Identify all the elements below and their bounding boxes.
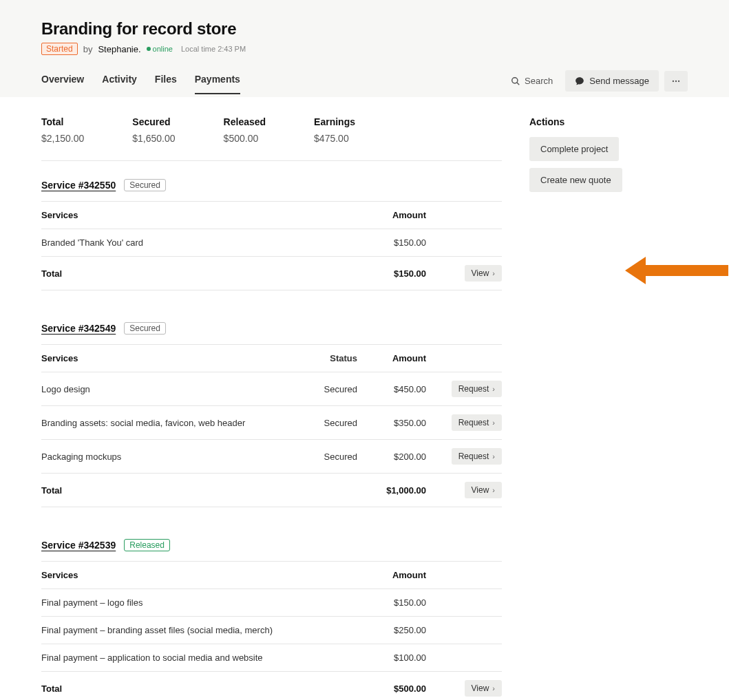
summary-released: Released $500.00 (224, 116, 266, 144)
complete-project-button[interactable]: Complete project (529, 137, 619, 161)
row-status: Secured (282, 452, 357, 462)
total-amount: $1,000.00 (357, 485, 426, 496)
send-message-label: Send message (589, 76, 649, 86)
total-amount: $500.00 (357, 683, 426, 694)
service-status-pill: Secured (124, 179, 166, 191)
tabs-row: Overview Activity Files Payments Search … (41, 70, 688, 97)
table-row: Final payment – application to social me… (41, 644, 502, 671)
create-new-quote-button[interactable]: Create new quote (529, 168, 622, 192)
meta-row: Started by Stephanie. online Local time … (41, 43, 688, 55)
summary-total-value: $2,150.00 (41, 133, 84, 144)
row-amount: $350.00 (357, 418, 426, 428)
view-button[interactable]: View › (465, 680, 502, 697)
table-row: Packaging mockups Secured $200.00 Reques… (41, 439, 502, 473)
svg-point-0 (512, 77, 518, 83)
view-label: View (472, 268, 489, 278)
summary-row: Total $2,150.00 Secured $1,650.00 Releas… (41, 116, 502, 161)
table-head: Services Amount (41, 561, 502, 588)
request-label: Request (458, 452, 489, 461)
main-column: Total $2,150.00 Secured $1,650.00 Releas… (41, 116, 502, 700)
row-amount: $100.00 (357, 653, 426, 663)
col-amount: Amount (357, 210, 426, 220)
row-name: Branded 'Thank You' card (41, 237, 357, 248)
tab-payments[interactable]: Payments (195, 74, 240, 94)
table-row: Final payment – logo files $150.00 (41, 588, 502, 616)
by-label: by (83, 44, 93, 54)
service-table: Services Amount Branded 'Thank You' card… (41, 201, 502, 290)
service-status-pill: Released (124, 539, 170, 551)
service-block-3: Service #342539 Released Services Amount… (41, 539, 502, 700)
table-row: Logo design Secured $450.00 Request › (41, 372, 502, 405)
summary-total-label: Total (41, 116, 84, 127)
service-status-pill: Secured (124, 322, 166, 335)
request-label: Request (458, 384, 489, 394)
summary-secured: Secured $1,650.00 (132, 116, 175, 144)
tab-files[interactable]: Files (155, 74, 177, 94)
row-amount: $200.00 (357, 452, 426, 462)
tab-activity[interactable]: Activity (102, 74, 137, 94)
request-button[interactable]: Request › (452, 448, 502, 465)
author-name[interactable]: Stephanie. (98, 44, 140, 54)
actions-title: Actions (529, 116, 688, 127)
summary-earnings: Earnings $475.00 (314, 116, 355, 144)
request-button[interactable]: Request › (452, 381, 502, 397)
row-name: Logo design (41, 384, 282, 394)
page-header: Branding for record store Started by Ste… (0, 0, 729, 97)
view-label: View (472, 683, 489, 693)
total-label: Total (41, 683, 357, 694)
chevron-right-icon: › (492, 269, 495, 277)
request-button[interactable]: Request › (452, 414, 502, 431)
service-header: Service #342539 Released (41, 539, 502, 551)
more-actions-button[interactable] (664, 71, 688, 92)
row-action: Request › (426, 414, 502, 431)
send-message-button[interactable]: Send message (565, 70, 659, 92)
table-row: Branding assets: social media, favicon, … (41, 405, 502, 439)
chevron-right-icon: › (492, 452, 495, 460)
col-services: Services (41, 210, 357, 220)
row-name: Final payment – application to social me… (41, 653, 357, 663)
row-action: Request › (426, 381, 502, 397)
chat-icon (575, 76, 584, 86)
search-button[interactable]: Search (504, 72, 560, 90)
chevron-right-icon: › (492, 486, 495, 494)
service-block-2: Service #342549 Secured Services Status … (41, 322, 502, 507)
service-title-link[interactable]: Service #342550 (41, 180, 116, 191)
table-total-row: Total $500.00 View › (41, 671, 502, 700)
row-amount: $250.00 (357, 625, 426, 635)
col-status: Status (282, 353, 357, 363)
online-dot-icon (147, 47, 151, 51)
search-label: Search (525, 76, 553, 86)
svg-point-4 (678, 80, 679, 81)
table-row: Final payment – branding asset files (so… (41, 616, 502, 644)
total-action: View › (426, 680, 502, 697)
service-header: Service #342550 Secured (41, 179, 502, 191)
table-total-row: Total $150.00 View › (41, 256, 502, 290)
total-action: View › (426, 482, 502, 498)
tab-overview[interactable]: Overview (41, 74, 84, 94)
chevron-right-icon: › (492, 418, 495, 427)
view-button[interactable]: View › (465, 482, 502, 498)
view-label: View (472, 485, 489, 495)
row-name: Packaging mockups (41, 452, 282, 462)
total-action: View › (426, 265, 502, 282)
row-amount: $150.00 (357, 597, 426, 608)
request-label: Request (458, 418, 489, 427)
view-button[interactable]: View › (465, 265, 502, 282)
total-amount: $150.00 (357, 268, 426, 279)
service-block-1: Service #342550 Secured Services Amount … (41, 179, 502, 290)
header-actions: Search Send message (504, 70, 688, 97)
summary-earnings-value: $475.00 (314, 133, 355, 144)
row-name: Final payment – logo files (41, 597, 357, 608)
status-badge: Started (41, 43, 78, 55)
table-row: Branded 'Thank You' card $150.00 (41, 229, 502, 256)
online-label: online (153, 45, 173, 53)
col-amount: Amount (357, 353, 426, 363)
row-amount: $450.00 (357, 384, 426, 394)
online-status: online (147, 45, 173, 53)
summary-released-value: $500.00 (224, 133, 266, 144)
service-title-link[interactable]: Service #342549 (41, 323, 116, 334)
col-services: Services (41, 570, 357, 580)
summary-earnings-label: Earnings (314, 116, 355, 127)
col-services: Services (41, 353, 282, 363)
service-title-link[interactable]: Service #342539 (41, 540, 116, 551)
